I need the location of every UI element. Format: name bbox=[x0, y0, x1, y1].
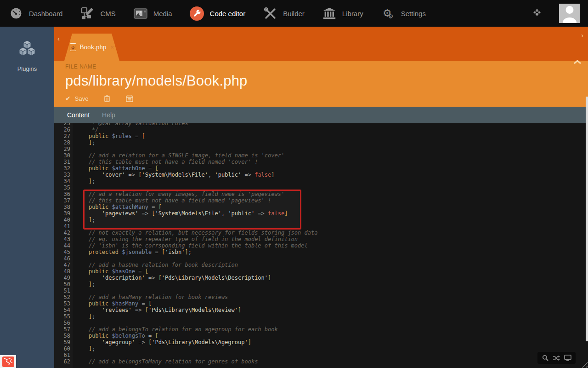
code-line: 45 protected $jsonable = ['isbn']; bbox=[54, 249, 588, 255]
nav-label: CMS bbox=[100, 10, 115, 17]
nav-label: Library bbox=[342, 10, 363, 17]
nav-item-settings[interactable]: ⚙⚙ Settings bbox=[372, 0, 435, 27]
file-header: FILE NAME pds/library/models/Book.php ✔ … bbox=[54, 61, 588, 107]
media-photo-icon bbox=[133, 6, 148, 21]
top-navbar: Dashboard CMS Media Code editor bbox=[0, 0, 588, 27]
code-line: 49 'description' => ['Pds\Library\Models… bbox=[54, 275, 588, 281]
left-sidebar: Plugins bbox=[0, 27, 54, 368]
code-line: 48 public $hasOne = [ bbox=[54, 268, 588, 275]
code-line: 25 * @var array Validation rules bbox=[54, 123, 588, 126]
code-line: 47 // add a hasOne relation for book des… bbox=[54, 262, 588, 268]
code-line: 32 public $attachOne = [ bbox=[54, 165, 588, 172]
check-icon: ✔ bbox=[65, 95, 71, 102]
editor-tabbar: ‹ › φ Book.php × bbox=[54, 27, 588, 61]
code-editor-wrench-icon bbox=[190, 6, 204, 21]
code-line: 52 // add a hasMany relation for book re… bbox=[54, 294, 588, 300]
tab-scroll-left-icon[interactable]: ‹ bbox=[57, 34, 60, 42]
code-line: 39 'pageviews' => ['System\Models\File',… bbox=[54, 210, 588, 217]
cms-sitemap-icon bbox=[80, 6, 95, 21]
tab-label: Book.php bbox=[79, 43, 107, 51]
library-bank-icon bbox=[322, 6, 337, 21]
main-panel: ‹ › φ Book.php × FILE NAME pds/library/m… bbox=[54, 27, 588, 368]
laravel-favicon-tile bbox=[0, 355, 16, 368]
tab-close-icon[interactable]: × bbox=[111, 44, 114, 51]
code-line: 26 */ bbox=[54, 126, 588, 133]
nav-label: Settings bbox=[401, 10, 426, 17]
tab-scroll-right-icon[interactable]: › bbox=[581, 31, 583, 39]
editor-quick-actions bbox=[537, 352, 576, 364]
navbar-right bbox=[531, 4, 588, 23]
code-line: 35 bbox=[54, 184, 588, 191]
code-line: 55 ]; bbox=[54, 313, 588, 320]
collapse-chevron-up-icon[interactable] bbox=[573, 58, 582, 66]
code-line: 27 public $rules = [ bbox=[54, 133, 588, 139]
code-editor[interactable]: 25 * @var array Validation rules26 */27 … bbox=[54, 123, 588, 368]
tab-book-php[interactable]: φ Book.php × bbox=[64, 34, 119, 61]
code-line: 57 // add a belongsTo relation for an ag… bbox=[54, 326, 588, 333]
code-line: 36 // ad a relation for many images, fie… bbox=[54, 191, 588, 197]
search-icon[interactable] bbox=[542, 355, 548, 361]
file-path-title: pds/library/models/Book.php bbox=[65, 73, 588, 89]
file-name-field-label: FILE NAME bbox=[65, 63, 588, 70]
nav-item-media[interactable]: Media bbox=[124, 0, 181, 27]
nav-item-builder[interactable]: Builder bbox=[254, 0, 313, 27]
nav-label: Builder bbox=[283, 10, 305, 17]
code-line: 28 ]; bbox=[54, 139, 588, 146]
code-line: 46 bbox=[54, 255, 588, 262]
nav-item-dashboard[interactable]: Dashboard bbox=[0, 0, 71, 27]
nav-label: Dashboard bbox=[29, 10, 62, 17]
fullscreen-monitor-icon[interactable] bbox=[564, 355, 571, 361]
user-avatar[interactable] bbox=[559, 4, 580, 23]
code-line: 34 ]; bbox=[54, 178, 588, 184]
file-toolbar: ✔ Save bbox=[65, 95, 588, 102]
code-line: 58 public $belongsTo = [ bbox=[54, 333, 588, 339]
page-scrollbar[interactable] bbox=[586, 97, 588, 341]
code-line: 29 bbox=[54, 146, 588, 152]
code-line: 61 bbox=[54, 352, 588, 358]
code-line: 43 // eg. using the repeater type of fie… bbox=[54, 236, 588, 242]
code-lines: 25 * @var array Validation rules26 */27 … bbox=[54, 123, 588, 365]
nav-label: Code editor bbox=[210, 10, 246, 17]
builder-tools-icon bbox=[263, 6, 277, 21]
plugins-cubes-icon bbox=[17, 40, 38, 61]
nav-item-cms[interactable]: CMS bbox=[71, 0, 124, 27]
app-window: Dashboard CMS Media Code editor bbox=[0, 0, 588, 368]
code-line: 50 ]; bbox=[54, 281, 588, 288]
sidebar-item-plugins[interactable]: Plugins bbox=[0, 27, 54, 72]
code-line: 51 bbox=[54, 288, 588, 294]
code-line: 41 bbox=[54, 223, 588, 230]
settings-gears-icon: ⚙⚙ bbox=[381, 6, 396, 21]
calendar-icon[interactable] bbox=[126, 95, 133, 102]
code-line: 44 // 'isbn' is the corrsponding field w… bbox=[54, 242, 588, 249]
dashboard-gauge-icon bbox=[9, 6, 23, 21]
code-line: 56 bbox=[54, 320, 588, 326]
code-line: 31 // this table must not have a field n… bbox=[54, 159, 588, 165]
code-line: 54 'reviews' => ['Pds\Library\Models\Rev… bbox=[54, 307, 588, 313]
code-line: 60 ]; bbox=[54, 345, 588, 352]
code-line: 30 // add a relation for a SINGLE image,… bbox=[54, 152, 588, 159]
php-file-icon: φ bbox=[70, 43, 76, 51]
content-tabstrip: Content Help bbox=[54, 107, 588, 123]
save-label: Save bbox=[75, 95, 89, 102]
laravel-logo bbox=[2, 356, 14, 367]
tab-help[interactable]: Help bbox=[102, 111, 115, 119]
code-line: 37 // this table must not have a field n… bbox=[54, 197, 588, 204]
target-crosshair-icon[interactable] bbox=[531, 7, 543, 20]
nav-label: Media bbox=[153, 10, 172, 17]
code-line: 42 // not exactly a relation, but necess… bbox=[54, 230, 588, 236]
code-line: 40 ]; bbox=[54, 217, 588, 223]
code-line: 62 // add a belongsToMany relation for g… bbox=[54, 358, 588, 365]
delete-trash-icon[interactable] bbox=[104, 95, 110, 102]
code-line: 38 public $attachMany = [ bbox=[54, 204, 588, 210]
code-line: 59 'agegroup' => ['Pds\Library\Models\Ag… bbox=[54, 339, 588, 345]
nav-item-library[interactable]: Library bbox=[313, 0, 372, 27]
sidebar-item-label: Plugins bbox=[17, 65, 37, 72]
code-line: 33 'cover' => ['System\Models\File', 'pu… bbox=[54, 172, 588, 178]
save-button[interactable]: ✔ Save bbox=[65, 95, 88, 102]
tab-content[interactable]: Content bbox=[67, 111, 90, 119]
code-line: 53 public $hasMany = [ bbox=[54, 300, 588, 307]
nav-item-code-editor[interactable]: Code editor bbox=[181, 0, 254, 27]
shuffle-replace-icon[interactable] bbox=[553, 355, 560, 361]
